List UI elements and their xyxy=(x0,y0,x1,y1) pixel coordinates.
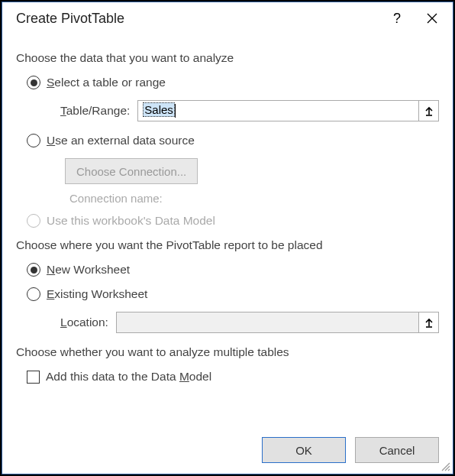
table-range-input-wrap: Sales xyxy=(137,100,439,121)
button-bar: OK Cancel xyxy=(2,437,453,474)
table-range-row: Table/Range: Sales xyxy=(60,100,439,121)
dialog-title: Create PivotTable xyxy=(16,11,379,27)
cancel-button[interactable]: Cancel xyxy=(355,437,439,463)
text-cursor xyxy=(175,104,176,118)
location-input[interactable] xyxy=(116,312,419,333)
ok-button[interactable]: OK xyxy=(262,437,346,463)
option-label: Existing Worksheet xyxy=(47,287,147,301)
location-input-wrap xyxy=(116,312,439,333)
location-row: Location: xyxy=(60,312,439,333)
collapse-dialog-icon[interactable] xyxy=(419,312,439,333)
close-icon[interactable] xyxy=(415,6,450,31)
option-label: Add this data to the Data Model xyxy=(46,370,211,384)
section-analyze-heading: Choose the data that you want to analyze xyxy=(16,51,439,65)
dialog-content: Choose the data that you want to analyze… xyxy=(2,34,453,437)
checkbox-icon xyxy=(27,371,40,384)
resize-grip-icon[interactable] xyxy=(440,461,450,471)
option-use-data-model: Use this workbook's Data Model xyxy=(27,214,439,228)
section-placement-heading: Choose where you want the PivotTable rep… xyxy=(16,238,439,252)
radio-icon xyxy=(27,76,40,89)
create-pivottable-dialog: Create PivotTable ? Choose the data that… xyxy=(2,2,453,474)
option-label: Select a table or range xyxy=(47,76,166,89)
radio-icon xyxy=(27,263,40,277)
collapse-dialog-icon[interactable] xyxy=(419,100,439,121)
titlebar: Create PivotTable ? xyxy=(2,2,453,34)
option-label: Use an external data source xyxy=(47,134,195,147)
option-label: New Worksheet xyxy=(47,263,130,277)
option-label: Use this workbook's Data Model xyxy=(47,214,215,228)
help-icon[interactable]: ? xyxy=(379,6,415,31)
radio-icon xyxy=(27,134,40,147)
section-multiple-heading: Choose whether you want to analyze multi… xyxy=(16,345,439,359)
option-add-to-data-model[interactable]: Add this data to the Data Model xyxy=(27,370,439,384)
radio-icon xyxy=(27,214,40,228)
option-use-external-source[interactable]: Use an external data source xyxy=(27,134,439,147)
location-label: Location: xyxy=(60,316,108,329)
connection-name-label: Connection name: xyxy=(69,192,439,205)
choose-connection-button: Choose Connection... xyxy=(65,158,198,184)
option-select-table-or-range[interactable]: Select a table or range xyxy=(27,76,439,89)
option-existing-worksheet[interactable]: Existing Worksheet xyxy=(27,287,439,301)
radio-icon xyxy=(27,287,40,301)
table-range-label: Table/Range: xyxy=(60,104,130,118)
option-new-worksheet[interactable]: New Worksheet xyxy=(27,263,439,277)
table-range-input[interactable]: Sales xyxy=(137,100,419,121)
